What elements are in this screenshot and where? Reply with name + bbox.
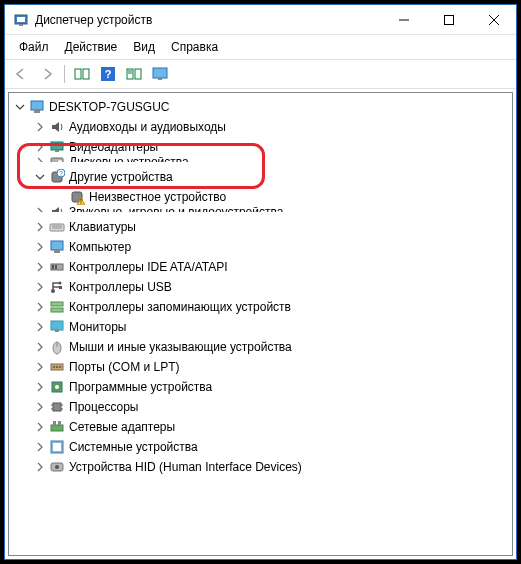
tree-node-label: Контроллеры запоминающих устройств (69, 300, 291, 314)
help-button[interactable]: ? (96, 63, 120, 85)
tree-node-15[interactable]: Сетевые адаптеры (9, 417, 512, 437)
svg-rect-4 (444, 15, 453, 24)
svg-rect-33 (54, 250, 60, 253)
titlebar: Диспетчер устройств (5, 5, 516, 35)
tree-node-label: Контроллеры USB (69, 280, 172, 294)
tree-node-11[interactable]: Мыши и иные указывающие устройства (9, 337, 512, 357)
port-icon (49, 359, 65, 375)
menu-file[interactable]: Файл (11, 37, 57, 57)
expand-icon[interactable] (33, 320, 47, 334)
svg-rect-16 (158, 78, 162, 80)
collapse-icon[interactable] (33, 170, 47, 184)
tree-node-4[interactable]: Звуковые, игровые и видеоустройства (9, 207, 512, 217)
svg-rect-61 (53, 443, 61, 451)
keyboard-icon (49, 219, 65, 235)
maximize-button[interactable] (426, 5, 471, 34)
expand-icon[interactable] (33, 400, 47, 414)
expand-icon[interactable] (33, 380, 47, 394)
show-hide-console-button[interactable] (70, 63, 94, 85)
tree-node-label: Другие устройства (69, 170, 173, 184)
toolbar-separator (64, 65, 65, 83)
svg-rect-42 (51, 321, 63, 330)
svg-rect-39 (59, 286, 62, 289)
unknown-icon: ! (69, 189, 85, 205)
tree-node-7[interactable]: Контроллеры IDE ATA/ATAPI (9, 257, 512, 277)
back-button[interactable] (9, 63, 33, 85)
monitor-icon (49, 319, 65, 335)
tree-node-label: Процессоры (69, 400, 139, 414)
tree-node-14[interactable]: Процессоры (9, 397, 512, 417)
expand-icon[interactable] (33, 120, 47, 134)
tree-node-label: DESKTOP-7GUSGUC (49, 100, 169, 114)
svg-rect-35 (52, 265, 54, 269)
expand-icon[interactable] (33, 300, 47, 314)
tree-node-label: Мониторы (69, 320, 126, 334)
menu-action[interactable]: Действие (57, 37, 126, 57)
tree-node-label: Контроллеры IDE ATA/ATAPI (69, 260, 228, 274)
tree-node-3[interactable]: ?Другие устройства (9, 167, 512, 187)
menu-view[interactable]: Вид (125, 37, 163, 57)
svg-point-38 (59, 282, 62, 285)
expand-icon[interactable] (33, 140, 47, 154)
expand-icon[interactable] (33, 260, 47, 274)
tree-node-9[interactable]: Контроллеры запоминающих устройств (9, 297, 512, 317)
tree-node-13[interactable]: Программные устройства (9, 377, 512, 397)
svg-rect-41 (51, 308, 63, 312)
tree-child-3-0[interactable]: !Неизвестное устройство (9, 187, 512, 207)
svg-point-47 (53, 366, 55, 368)
hid-icon (49, 459, 65, 475)
tree-node-label: Сетевые адаптеры (69, 420, 175, 434)
svg-rect-12 (135, 69, 141, 79)
tree-node-2[interactable]: Дисковые устройства (9, 157, 512, 167)
menu-help[interactable]: Справка (163, 37, 226, 57)
device-manager-window: Диспетчер устройств Файл Действие Вид Сп… (4, 4, 517, 560)
svg-rect-1 (17, 17, 25, 22)
svg-rect-52 (53, 403, 61, 411)
display-button[interactable] (148, 63, 172, 85)
tree-node-label: Мыши и иные указывающие устройства (69, 340, 292, 354)
expand-icon[interactable] (33, 420, 47, 434)
software-icon (49, 379, 65, 395)
expand-icon[interactable] (33, 440, 47, 454)
tree-node-0[interactable]: Аудиовходы и аудиовыходы (9, 117, 512, 137)
svg-point-22 (58, 160, 62, 164)
menubar: Файл Действие Вид Справка (5, 35, 516, 60)
scan-hardware-button[interactable] (122, 63, 146, 85)
svg-rect-19 (51, 142, 63, 150)
tree-node-17[interactable]: Устройства HID (Human Interface Devices) (9, 457, 512, 477)
tree-root[interactable]: DESKTOP-7GUSGUC (9, 97, 512, 117)
tree-node-label: Программные устройства (69, 380, 212, 394)
tree-node-12[interactable]: Порты (COM и LPT) (9, 357, 512, 377)
tree-node-16[interactable]: Системные устройства (9, 437, 512, 457)
expand-icon[interactable] (33, 280, 47, 294)
computer-icon (49, 239, 65, 255)
device-tree[interactable]: DESKTOP-7GUSGUCАудиовходы и аудиовыходыВ… (8, 92, 513, 556)
svg-rect-36 (55, 265, 57, 269)
expand-icon[interactable] (33, 240, 47, 254)
tree-node-label: Видеоадаптеры (69, 140, 158, 154)
svg-rect-2 (19, 24, 23, 26)
svg-rect-17 (31, 101, 43, 110)
forward-button[interactable] (35, 63, 59, 85)
tree-node-5[interactable]: Клавиатуры (9, 217, 512, 237)
expand-icon[interactable] (33, 220, 47, 234)
tree-node-1[interactable]: Видеоадаптеры (9, 137, 512, 157)
svg-text:?: ? (59, 170, 63, 177)
tree-node-10[interactable]: Мониторы (9, 317, 512, 337)
speaker-icon (49, 119, 65, 135)
expand-icon[interactable] (33, 340, 47, 354)
expand-icon[interactable] (33, 460, 47, 474)
svg-rect-59 (58, 421, 61, 425)
collapse-icon[interactable] (13, 100, 27, 114)
svg-rect-40 (51, 302, 63, 306)
close-button[interactable] (471, 5, 516, 34)
expand-icon[interactable] (33, 360, 47, 374)
tree-node-label: Устройства HID (Human Interface Devices) (69, 460, 302, 474)
tree-node-6[interactable]: Компьютер (9, 237, 512, 257)
network-icon (49, 419, 65, 435)
svg-rect-15 (153, 68, 167, 78)
minimize-button[interactable] (381, 5, 426, 34)
computer-root-icon (29, 99, 45, 115)
tree-node-8[interactable]: Контроллеры USB (9, 277, 512, 297)
svg-rect-21 (51, 158, 63, 166)
